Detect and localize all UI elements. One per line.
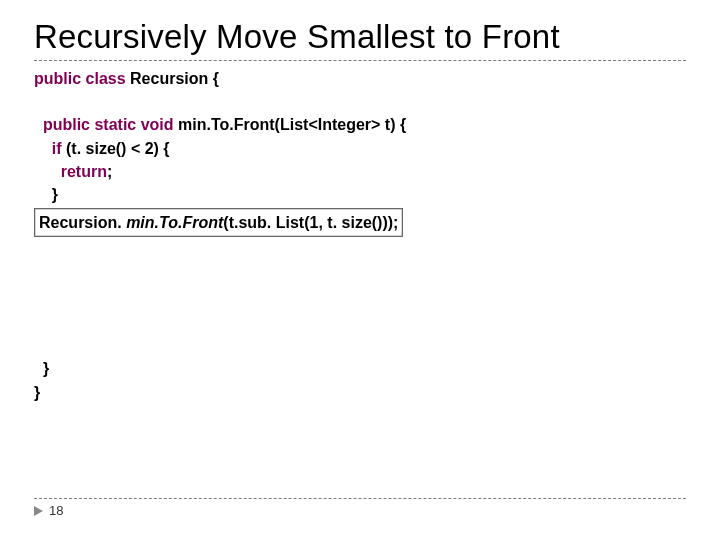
slide-title: Recursively Move Smallest to Front (34, 18, 686, 56)
kw-if: if (52, 140, 66, 157)
kw-method-mods: public static void (43, 116, 178, 133)
slide-footer: 18 (34, 498, 686, 518)
code-line-4: return; (34, 160, 686, 183)
footer-divider (34, 498, 686, 499)
close-brace-if: } (52, 186, 58, 203)
kw-public-class: public class (34, 70, 130, 87)
blank-line-1 (34, 90, 686, 113)
close-brace-class: } (34, 384, 40, 401)
highlighted-code-box: Recursion. min.To.Front(t.sub. List(1, t… (34, 208, 403, 237)
recursion-class-ref: Recursion. (39, 214, 126, 231)
footer-row: 18 (34, 503, 686, 518)
code-line-8: } (34, 381, 686, 404)
if-cond: (t. size() < 2) { (66, 140, 170, 157)
page-number: 18 (49, 503, 63, 518)
bullet-icon (34, 506, 43, 516)
method-sig: min.To.Front(List<Integer> t) { (178, 116, 406, 133)
recursion-method: min.To.Front (126, 214, 223, 231)
code-line-3: if (t. size() < 2) { (34, 137, 686, 160)
code-line-5: } (34, 183, 686, 206)
code-line-1: public class Recursion { (34, 67, 686, 90)
kw-return: return (61, 163, 107, 180)
title-divider (34, 60, 686, 61)
class-name: Recursion { (130, 70, 219, 87)
code-block: public class Recursion { public static v… (34, 67, 686, 404)
close-brace-method: } (43, 360, 49, 377)
code-line-7: } (34, 357, 686, 380)
recursion-args: (t.sub. List(1, t. size())); (223, 214, 398, 231)
highlighted-line-wrap: Recursion. min.To.Front(t.sub. List(1, t… (34, 206, 686, 237)
slide: Recursively Move Smallest to Front publi… (0, 0, 720, 540)
code-line-2: public static void min.To.Front(List<Int… (34, 113, 686, 136)
vertical-spacer (34, 237, 686, 357)
semicolon: ; (107, 163, 112, 180)
